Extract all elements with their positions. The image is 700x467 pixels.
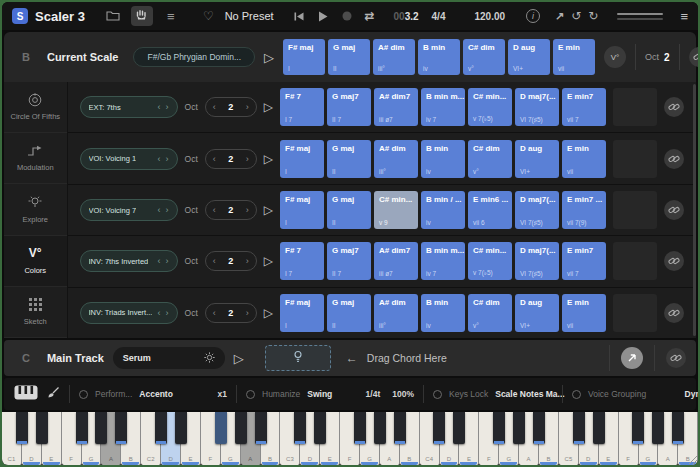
preset-name[interactable]: No Preset	[225, 10, 274, 22]
chord-pad[interactable]: G majII	[327, 140, 371, 178]
piano-key-black[interactable]	[175, 412, 187, 444]
chord-pad[interactable]: A# dimiii°	[374, 294, 418, 332]
piano-key-black[interactable]	[513, 412, 525, 444]
link-icon[interactable]	[664, 97, 684, 117]
empty-chord-slot[interactable]	[613, 294, 657, 332]
piano-key-black[interactable]	[294, 412, 306, 444]
play-track-button[interactable]: ▷	[234, 352, 244, 365]
chevron-right-icon[interactable]: ›	[166, 154, 169, 164]
chord-pad[interactable]: B min m...iv 7	[421, 88, 465, 126]
chord-pad[interactable]: A# dim7iii ø7	[374, 88, 418, 126]
volume-slider[interactable]	[617, 13, 663, 20]
row-variation-select[interactable]: VOI: Voicing 7‹›	[80, 199, 178, 221]
sidebar-item-sketch[interactable]: Sketch	[4, 287, 67, 338]
radio-icon[interactable]	[79, 390, 88, 399]
record-button[interactable]	[340, 6, 354, 26]
empty-chord-slot[interactable]	[613, 242, 657, 280]
info-icon[interactable]: i	[526, 9, 540, 23]
chevron-left-icon[interactable]: ‹	[158, 154, 161, 164]
chord-pad[interactable]: B miniv	[421, 140, 465, 178]
chord-pad[interactable]: C# dimv°	[468, 294, 512, 332]
play-button[interactable]	[316, 6, 330, 26]
play-row-button[interactable]: ▷	[264, 255, 273, 267]
piano-key-black[interactable]	[115, 412, 127, 444]
browser-button[interactable]	[102, 6, 124, 26]
settings-menu-icon[interactable]: ≡	[680, 9, 688, 24]
piano-key-black[interactable]	[36, 412, 48, 444]
scrollbar[interactable]	[693, 84, 696, 336]
row-variation-select[interactable]: VOI: Voicing 1‹›	[80, 148, 178, 170]
play-scale-button[interactable]: ▷	[264, 51, 274, 64]
instrument-select[interactable]: Serum	[113, 347, 225, 369]
piano-key-black[interactable]	[593, 412, 605, 444]
row-variation-select[interactable]: INV: Triads Invert...‹›	[80, 302, 178, 324]
main-view-button[interactable]	[131, 6, 153, 26]
chord-pad[interactable]: G maj7II 7	[327, 242, 371, 280]
link-icon[interactable]	[664, 200, 684, 220]
link-icon[interactable]	[664, 149, 684, 169]
detach-icon[interactable]: ↗	[555, 10, 564, 23]
chord-pad[interactable]: F# majI	[283, 39, 325, 75]
chord-pad[interactable]: B miniv	[418, 39, 460, 75]
chord-pad[interactable]: C# min...v 9	[374, 191, 418, 229]
sidebar-item-colors[interactable]: V°Colors	[4, 236, 67, 287]
chord-pad[interactable]: A# dim7iii ø7	[374, 242, 418, 280]
piano-key-black[interactable]	[453, 412, 465, 444]
piano-key-black[interactable]	[672, 412, 684, 444]
chevron-right-icon[interactable]: ›	[246, 205, 249, 215]
chord-pad[interactable]: B min / ...iv	[421, 191, 465, 229]
toolbar-group-extra[interactable]: 100%	[392, 389, 414, 399]
chord-pad[interactable]: D augVI+	[515, 140, 559, 178]
chord-pad[interactable]: A# dimiii°	[373, 39, 415, 75]
piano-key-black[interactable]	[652, 412, 664, 444]
loop-icon[interactable]: ⇄	[364, 9, 374, 23]
sidebar-item-explore[interactable]: Explore	[4, 184, 67, 235]
redo-icon[interactable]: ↻	[588, 9, 598, 23]
piano-key-black[interactable]	[95, 412, 107, 444]
tempo-value[interactable]: 120.00	[474, 11, 505, 22]
link-icon[interactable]	[664, 303, 684, 323]
chord-pad[interactable]: B miniv	[421, 294, 465, 332]
keyboard-icon[interactable]	[14, 385, 38, 404]
piano-key-black[interactable]	[314, 412, 326, 444]
toolbar-group-value[interactable]: Scale Notes Ma...	[495, 389, 564, 399]
chord-pad[interactable]: F# 7I 7	[280, 88, 324, 126]
chord-pad[interactable]: E minvii	[562, 294, 606, 332]
link-icon[interactable]	[666, 348, 686, 368]
chord-pad[interactable]: C# min...v 7(♭5)	[468, 242, 512, 280]
piano-key-black[interactable]	[354, 412, 366, 444]
chevron-left-icon[interactable]: ‹	[158, 256, 161, 266]
chord-pad[interactable]: B min m...iv 7	[421, 242, 465, 280]
chevron-right-icon[interactable]: ›	[166, 256, 169, 266]
chord-pad[interactable]: F# majI	[280, 140, 324, 178]
chord-pad[interactable]: G maj7II 7	[327, 88, 371, 126]
chevron-left-icon[interactable]: ‹	[213, 102, 216, 112]
chord-pad[interactable]: D maj7(...VI 7(♯5)	[515, 242, 559, 280]
chord-pad[interactable]: D maj7(...VI 7(♯5)	[515, 88, 559, 126]
toolbar-group-extra[interactable]: 1/4t	[366, 389, 381, 399]
empty-chord-slot[interactable]	[613, 191, 657, 229]
favorite-heart-icon[interactable]: ♡	[203, 9, 214, 23]
chord-pad[interactable]: F# 7I 7	[280, 242, 324, 280]
piano-key-black[interactable]	[76, 412, 88, 444]
octave-stepper[interactable]: ‹2›	[205, 97, 257, 117]
piano-key-black[interactable]	[394, 412, 406, 444]
sidebar-item-modulation[interactable]: Modulation	[4, 133, 67, 184]
chevron-left-icon[interactable]: ‹	[213, 205, 216, 215]
chord-pad[interactable]: C# dimv°	[463, 39, 505, 75]
chord-pad[interactable]: F# majI	[280, 294, 324, 332]
skip-back-button[interactable]	[292, 6, 306, 26]
chevron-left-icon[interactable]: ‹	[158, 102, 161, 112]
radio-icon[interactable]	[572, 390, 581, 399]
toolbar-group-value[interactable]: Swing	[307, 389, 332, 399]
piano-key-black[interactable]	[632, 412, 644, 444]
chord-pad[interactable]: E min7 ...vii 7(9)	[562, 191, 606, 229]
chord-pad[interactable]: C# min...v 7(♭5)	[468, 88, 512, 126]
chord-pad[interactable]: C# dimv°	[468, 140, 512, 178]
chord-pad[interactable]: E min6 ...vii 6	[468, 191, 512, 229]
chevron-left-icon[interactable]: ‹	[158, 205, 161, 215]
chevron-right-icon[interactable]: ›	[166, 205, 169, 215]
chord-pad[interactable]: F# majI	[280, 191, 324, 229]
octave-display[interactable]: Oct2	[645, 52, 670, 63]
sidebar-item-circle-of-fifths[interactable]: Circle Of Fifths	[4, 82, 67, 133]
